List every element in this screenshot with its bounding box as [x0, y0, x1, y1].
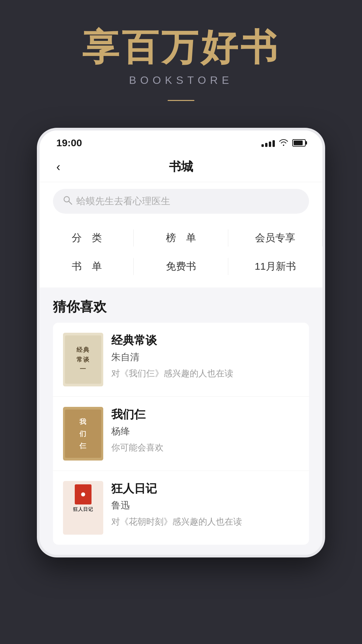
- page-title: 书城: [169, 159, 193, 175]
- book-title-1: 经典常谈: [111, 333, 299, 348]
- phone-screen: 19:00: [40, 130, 322, 555]
- book-cover-2: 我们仨: [63, 407, 103, 461]
- battery-fill: [294, 141, 303, 145]
- battery-icon: [292, 139, 306, 147]
- search-icon: [63, 196, 72, 207]
- category-item-vip[interactable]: 会员专享: [228, 224, 322, 252]
- signal-icon: [261, 139, 275, 147]
- book-title-3: 狂人日记: [111, 481, 299, 496]
- recommend-section: 猜你喜欢 经典常谈一 经典常谈 朱自清 对《我们仨》感兴趣的人也在读: [40, 287, 322, 555]
- book-desc-2: 你可能会喜欢: [111, 442, 299, 453]
- wifi-icon: [279, 138, 288, 148]
- book-item-2[interactable]: 我们仨 我们仨 杨绛 你可能会喜欢: [53, 397, 309, 471]
- navigation-bar: ‹ 书城: [40, 152, 322, 182]
- book-item-1[interactable]: 经典常谈一 经典常谈 朱自清 对《我们仨》感兴趣的人也在读: [53, 323, 309, 397]
- svg-line-1: [69, 201, 72, 204]
- hero-title: 享百万好书: [82, 27, 280, 67]
- book-cover-3: 狂人日记: [63, 481, 103, 535]
- back-button[interactable]: ‹: [56, 160, 60, 174]
- category-grid: 分 类 榜 单 会员专享 书 单 免费书 11月新书: [40, 220, 322, 287]
- category-item-free[interactable]: 免费书: [134, 252, 228, 281]
- book-item-3[interactable]: 狂人日记 狂人日记 鲁迅 对《花朝时刻》感兴趣的人也在读: [53, 471, 309, 545]
- search-input[interactable]: 蛤蟆先生去看心理医生: [76, 195, 170, 208]
- svg-point-0: [64, 197, 69, 202]
- phone-mockup: 19:00: [37, 128, 325, 557]
- book-info-1: 经典常谈 朱自清 对《我们仨》感兴趣的人也在读: [111, 333, 299, 379]
- book-author-3: 鲁迅: [111, 499, 299, 512]
- category-item-new[interactable]: 11月新书: [228, 252, 322, 281]
- book-author-1: 朱自清: [111, 351, 299, 364]
- category-item-shudan[interactable]: 书 单: [40, 252, 134, 281]
- hero-divider: [168, 100, 194, 101]
- search-section: 蛤蟆先生去看心理医生: [40, 182, 322, 220]
- book-cover-1: 经典常谈一: [63, 333, 103, 386]
- hero-section: 享百万好书 BOOKSTORE: [0, 0, 362, 121]
- book-info-3: 狂人日记 鲁迅 对《花朝时刻》感兴趣的人也在读: [111, 481, 299, 528]
- book-desc-1: 对《我们仨》感兴趣的人也在读: [111, 368, 299, 379]
- status-icons: [261, 138, 306, 148]
- book-info-2: 我们仨 杨绛 你可能会喜欢: [111, 407, 299, 453]
- category-item-bangdan[interactable]: 榜 单: [134, 224, 228, 252]
- search-bar[interactable]: 蛤蟆先生去看心理医生: [53, 189, 309, 214]
- book-list: 经典常谈一 经典常谈 朱自清 对《我们仨》感兴趣的人也在读 我们仨: [53, 323, 309, 545]
- recommend-title: 猜你喜欢: [53, 298, 309, 316]
- status-bar: 19:00: [40, 130, 322, 152]
- book-author-2: 杨绛: [111, 425, 299, 438]
- book-desc-3: 对《花朝时刻》感兴趣的人也在读: [111, 516, 299, 528]
- hero-subtitle: BOOKSTORE: [129, 74, 233, 87]
- category-item-fenlei[interactable]: 分 类: [40, 224, 134, 252]
- status-time: 19:00: [56, 137, 82, 149]
- book-title-2: 我们仨: [111, 407, 299, 422]
